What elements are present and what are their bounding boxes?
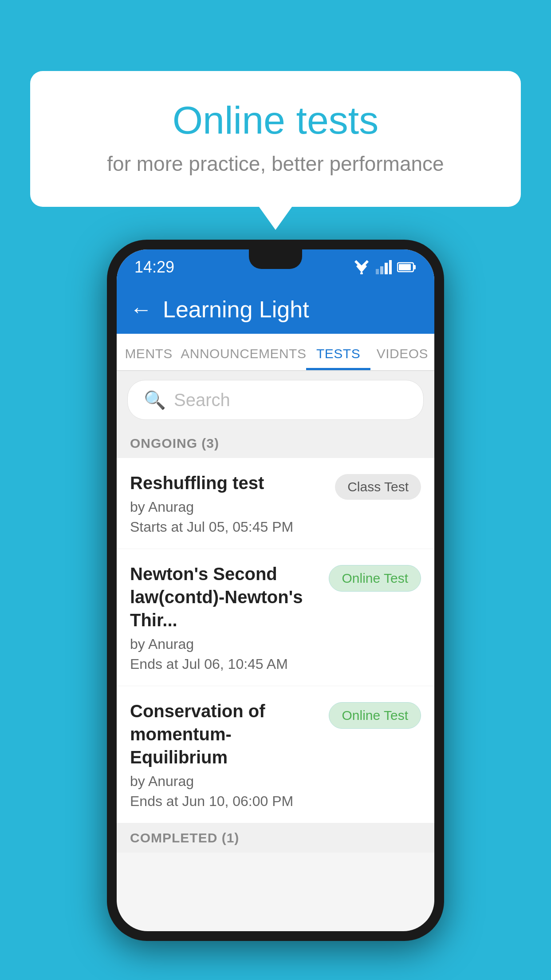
test-info-3: Conservation of momentum-Equilibrium by … [130, 699, 320, 810]
speech-bubble-title: Online tests [66, 98, 485, 143]
ongoing-section-header: ONGOING (3) [117, 429, 434, 458]
test-time-3: Ends at Jun 10, 06:00 PM [130, 793, 320, 810]
svg-rect-6 [389, 260, 392, 274]
test-title-3: Conservation of momentum-Equilibrium [130, 699, 320, 769]
test-info-1: Reshuffling test by Anurag Starts at Jul… [130, 471, 326, 535]
search-container: 🔍 Search [117, 371, 434, 429]
test-info-2: Newton's Second law(contd)-Newton's Thir… [130, 562, 320, 672]
speech-bubble: Online tests for more practice, better p… [30, 71, 521, 207]
tabs-container: MENTS ANNOUNCEMENTS TESTS VIDEOS [117, 334, 434, 371]
svg-rect-3 [376, 269, 379, 274]
status-icons [353, 260, 417, 274]
test-author-3: by Anurag [130, 773, 320, 790]
svg-rect-5 [385, 263, 388, 274]
search-placeholder-text: Search [174, 390, 230, 410]
signal-icon [376, 260, 392, 274]
test-item-1[interactable]: Reshuffling test by Anurag Starts at Jul… [117, 458, 434, 549]
test-title-1: Reshuffling test [130, 471, 326, 494]
test-title-2: Newton's Second law(contd)-Newton's Thir… [130, 562, 320, 632]
phone-screen: 14:29 [117, 249, 434, 931]
tab-announcements[interactable]: ANNOUNCEMENTS [181, 334, 306, 370]
speech-bubble-subtitle: for more practice, better performance [66, 152, 485, 176]
app-bar: ← Learning Light [117, 285, 434, 334]
test-badge-3: Online Test [329, 702, 421, 729]
test-badge-1: Class Test [335, 474, 421, 500]
battery-icon [397, 261, 417, 273]
wifi-icon [353, 260, 370, 274]
tab-videos[interactable]: VIDEOS [370, 334, 434, 370]
svg-point-2 [360, 272, 363, 274]
svg-marker-1 [354, 260, 369, 269]
tab-tests[interactable]: TESTS [306, 334, 370, 370]
test-item-3[interactable]: Conservation of momentum-Equilibrium by … [117, 686, 434, 823]
search-bar[interactable]: 🔍 Search [127, 380, 424, 420]
search-icon: 🔍 [144, 390, 166, 411]
test-item-2[interactable]: Newton's Second law(contd)-Newton's Thir… [117, 549, 434, 686]
svg-rect-9 [399, 264, 411, 270]
test-badge-2: Online Test [329, 565, 421, 592]
test-time-2: Ends at Jul 06, 10:45 AM [130, 656, 320, 672]
back-button[interactable]: ← [130, 296, 152, 322]
test-time-1: Starts at Jul 05, 05:45 PM [130, 519, 326, 535]
test-author-1: by Anurag [130, 499, 326, 515]
test-author-2: by Anurag [130, 636, 320, 652]
notch [249, 249, 302, 269]
phone-outer: 14:29 [107, 240, 444, 941]
app-bar-title: Learning Light [163, 296, 309, 323]
speech-bubble-container: Online tests for more practice, better p… [30, 71, 521, 207]
tab-ments[interactable]: MENTS [117, 334, 181, 370]
svg-rect-8 [413, 265, 416, 269]
test-list: Reshuffling test by Anurag Starts at Jul… [117, 458, 434, 823]
svg-rect-4 [380, 266, 383, 274]
completed-section-header: COMPLETED (1) [117, 823, 434, 853]
phone-device: 14:29 [107, 240, 444, 941]
status-time: 14:29 [134, 258, 174, 277]
